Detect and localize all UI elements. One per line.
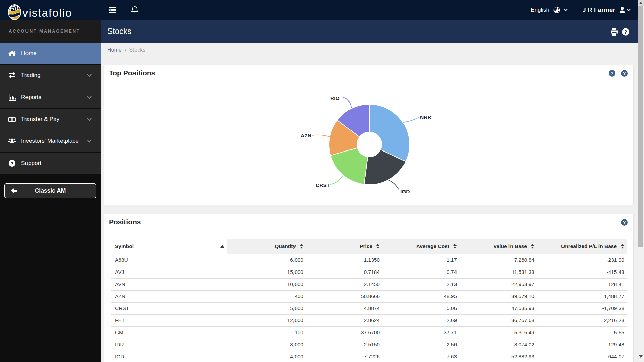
svg-text:IGD: IGD bbox=[400, 189, 410, 194]
svg-text:?: ? bbox=[623, 220, 626, 225]
svg-text:NRR: NRR bbox=[420, 114, 431, 120]
svg-text:?: ? bbox=[623, 71, 626, 76]
svg-text:?: ? bbox=[11, 161, 13, 166]
svg-text:?: ? bbox=[611, 71, 614, 76]
svg-text:?: ? bbox=[624, 29, 627, 35]
svg-text:RIO: RIO bbox=[330, 95, 340, 101]
svg-text:AZN: AZN bbox=[301, 133, 311, 138]
svg-text:$: $ bbox=[11, 118, 13, 121]
svg-text:CRST: CRST bbox=[316, 182, 330, 188]
